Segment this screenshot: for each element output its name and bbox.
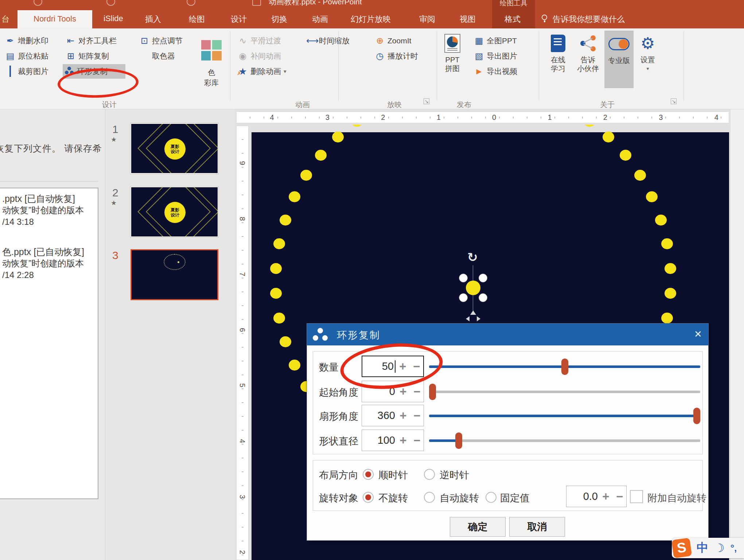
slide-dot[interactable]	[665, 288, 676, 299]
delete-animation-button[interactable]: ★✗ 删除动画 ▾	[236, 64, 288, 79]
slide-dot[interactable]	[280, 215, 291, 226]
quick-access-icon[interactable]	[106, 0, 115, 6]
cancel-button[interactable]: 取消	[509, 517, 565, 537]
watermark-button[interactable]: ✒ 增删水印	[4, 34, 50, 48]
slide-thumbnail-1[interactable]: 夏影设计	[131, 123, 218, 174]
slide-dot[interactable]	[270, 288, 282, 299]
radio-auto-rotate[interactable]	[424, 492, 435, 503]
slide-dot[interactable]	[603, 132, 614, 142]
slide-dot[interactable]	[280, 336, 291, 347]
param-slider[interactable]	[429, 391, 700, 393]
slide-dot[interactable]	[646, 191, 658, 202]
plus-icon[interactable]: +	[396, 409, 410, 423]
ok-button[interactable]: 确定	[450, 517, 506, 537]
quick-access-icon[interactable]	[34, 0, 42, 6]
slide-thumbnail-2[interactable]: 夏影设计	[131, 187, 218, 237]
plus-icon[interactable]: +	[396, 434, 410, 447]
tab-slideshow[interactable]: 幻灯片放映	[351, 14, 391, 25]
radio-label[interactable]: 自动旋转	[440, 492, 479, 505]
handle-adjust-button[interactable]: ⊡ 控点调节	[138, 34, 184, 48]
ime-moon-icon[interactable]: ☽	[714, 541, 725, 555]
radio-clockwise[interactable]	[363, 469, 374, 480]
tab-design[interactable]: 设计	[231, 14, 247, 25]
crop-image-button[interactable]: 裁剪图片	[4, 64, 50, 79]
radio-counterclockwise[interactable]	[424, 469, 435, 480]
rotate-handle-icon[interactable]: ↻	[467, 250, 478, 265]
minus-icon[interactable]: −	[410, 434, 424, 447]
tell-me-box[interactable]: 告诉我你想要做什么	[553, 14, 625, 25]
tween-animation-button[interactable]: ◉ 补间动画	[236, 49, 283, 63]
settings-button[interactable]: ⚙ 设置 ▾	[636, 33, 660, 73]
tab-format[interactable]: 格式	[505, 14, 521, 25]
list-item[interactable]: .pptx [已自动恢复] 动恢复”时创建的版本 /14 3:18	[2, 193, 97, 228]
ime-lang-icon[interactable]: 中	[697, 540, 708, 556]
horizontal-ruler[interactable]: 432101234	[236, 111, 729, 123]
slide-dot[interactable]	[273, 238, 285, 249]
tab-transition[interactable]: 切换	[271, 14, 287, 25]
play-timer-button[interactable]: ◷ 播放计时	[373, 49, 420, 63]
selection-handle[interactable]	[459, 274, 468, 282]
radio-label[interactable]: 固定值	[500, 492, 530, 505]
slide-dot[interactable]	[289, 191, 300, 202]
slide-dot[interactable]	[289, 360, 300, 371]
full-image-ppt-button[interactable]: ▦ 全图PPT	[472, 34, 518, 48]
dialog-title-bar[interactable]: 环形复制 ✕	[307, 324, 708, 345]
slide-dot[interactable]	[273, 313, 285, 324]
tab-animation[interactable]: 动画	[312, 14, 328, 25]
slide-dot[interactable]	[661, 313, 673, 324]
checkbox-label[interactable]: 附加自动旋转	[647, 492, 706, 505]
export-video-button[interactable]: ► 导出视频	[472, 64, 519, 79]
slide-dot[interactable]	[634, 170, 646, 181]
slide-thumbnail-3[interactable]	[131, 249, 218, 300]
slide-dot[interactable]	[315, 150, 327, 161]
slide-dot[interactable]	[351, 125, 363, 127]
dialog-launcher-icon[interactable]: ↘	[671, 98, 677, 104]
smooth-transition-button[interactable]: ∿ 平滑过渡	[236, 34, 283, 48]
slide-dot[interactable]	[270, 263, 282, 274]
tab-view[interactable]: 视图	[460, 14, 476, 25]
ime-toolbar[interactable]: S 中 ☽ °,	[672, 538, 744, 558]
param-slider[interactable]	[429, 365, 700, 368]
pro-version-button[interactable]: 专业版	[604, 31, 634, 88]
align-toolbar-button[interactable]: ⇤ 对齐工具栏	[64, 34, 118, 48]
slide-dot[interactable]	[661, 238, 673, 249]
plus-icon[interactable]: +	[599, 490, 613, 504]
tab-islide[interactable]: iSlide	[104, 14, 123, 23]
slide-dot[interactable]	[332, 132, 344, 142]
slider-thumb[interactable]	[693, 408, 700, 424]
slider-thumb[interactable]	[429, 384, 436, 400]
fixed-value-input[interactable]: 0.0 + −	[566, 486, 627, 507]
time-scale-button[interactable]: ⟷ 时间缩放	[305, 34, 351, 48]
paste-in-place-button[interactable]: ▤ 原位粘贴	[4, 49, 50, 63]
slider-thumb[interactable]	[455, 432, 462, 449]
matrix-copy-button[interactable]: ⊞ 矩阵复制	[64, 49, 110, 63]
quick-access-icon[interactable]	[187, 0, 195, 6]
close-icon[interactable]: ✕	[692, 328, 704, 340]
minus-icon[interactable]: −	[613, 490, 626, 504]
radio-label[interactable]: 顺时针	[378, 469, 408, 482]
tab-nordri-tools[interactable]: Nordri Tools	[17, 10, 92, 28]
param-value-input[interactable]: 360+−	[362, 405, 424, 426]
radio-fixed-value[interactable]	[486, 492, 496, 503]
radio-no-rotate[interactable]	[363, 492, 374, 503]
tab-home-partial[interactable]: 台	[1, 14, 9, 25]
param-value-input[interactable]: 100+−	[362, 430, 424, 451]
slide-dot[interactable]	[655, 215, 667, 226]
tab-review[interactable]: 审阅	[419, 14, 435, 25]
list-item[interactable]: 色.pptx [已自动恢复] 动恢复”时创建的版本 /14 2:28	[2, 246, 97, 281]
color-picker-button[interactable]: 取色器	[138, 49, 176, 63]
param-slider[interactable]	[429, 439, 700, 442]
minus-icon[interactable]: −	[410, 409, 424, 423]
param-slider[interactable]	[429, 415, 700, 417]
ime-punctuation-icon[interactable]: °,	[731, 543, 737, 554]
slide-dot[interactable]	[620, 150, 631, 161]
ppt-puzzle-button[interactable]: PPT 拼图	[440, 33, 465, 73]
quick-access-icon[interactable]	[252, 0, 261, 6]
slide-dot[interactable]	[300, 170, 312, 181]
tab-insert[interactable]: 插入	[145, 14, 161, 25]
vertical-scrollbar[interactable]	[730, 109, 744, 560]
slider-thumb[interactable]	[561, 359, 568, 375]
slide-dot[interactable]	[665, 263, 676, 274]
selection-handle[interactable]	[479, 274, 487, 282]
selection-handle[interactable]	[479, 293, 487, 302]
